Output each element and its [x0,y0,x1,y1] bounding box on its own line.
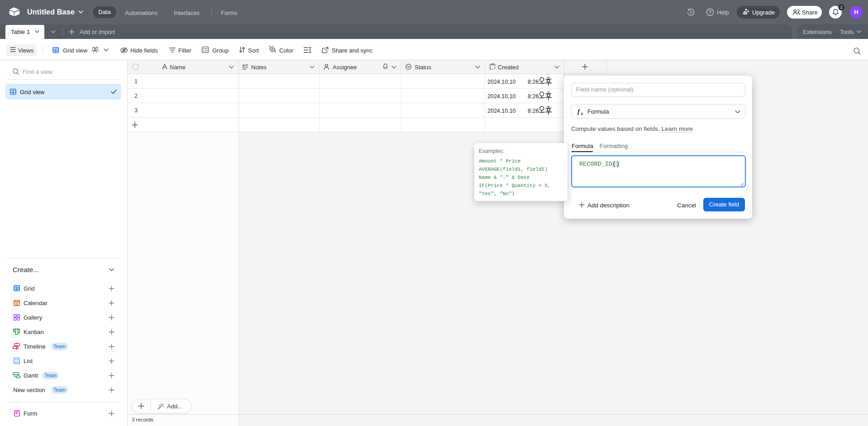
svg-text:f: f [577,108,581,115]
svg-text:?: ? [709,10,711,15]
svg-text:31: 31 [15,302,19,306]
svg-text:x: x [581,111,583,116]
